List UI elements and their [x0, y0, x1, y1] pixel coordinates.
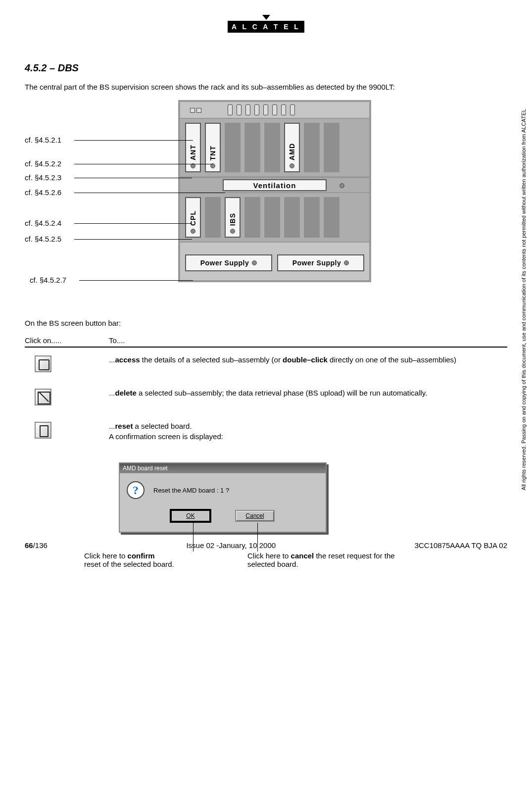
card-ibs[interactable]: IBS — [225, 197, 241, 238]
callout-6: cf. §4.5.2.6 — [25, 188, 225, 197]
callout-7: cf. §4.5.2.7 — [30, 276, 193, 284]
rack-row-1: ANT TNT AMD — [180, 119, 369, 177]
table-row: ...access the details of a selected sub–… — [25, 348, 507, 381]
intro-text: The central part of the BS supervision s… — [25, 83, 507, 91]
issue-info: Issue 02 -January, 10 2000 — [186, 541, 276, 550]
callout-5: cf. §4.5.2.5 — [25, 235, 192, 243]
page-number: 66/136 — [25, 541, 48, 550]
button-bar-intro: On the BS screen button bar: — [25, 319, 507, 327]
callout-1: cf. §4.5.2.1 — [25, 136, 193, 144]
delete-icon[interactable] — [35, 389, 51, 405]
page-footer: 66/136 Issue 02 -January, 10 2000 3CC108… — [25, 541, 507, 550]
dialog-title: AMD board reset — [120, 463, 326, 473]
brand-logo: A L C A T E L — [25, 15, 507, 33]
power-row: Power Supply Power Supply — [180, 248, 369, 280]
col-header-to: To.... — [109, 336, 125, 345]
access-description: ...access the details of a selected sub–… — [109, 354, 507, 365]
col-header-click: Click on..... — [25, 336, 109, 345]
reset-icon[interactable] — [35, 422, 51, 439]
delete-description: ...delete a selected sub–assembly; the d… — [109, 388, 507, 398]
table-row: ...reset a selected board. A confirmatio… — [25, 414, 507, 449]
reset-description: ...reset a selected board. A confirmatio… — [109, 421, 507, 442]
callout-4: cf. §4.5.2.4 — [25, 219, 192, 227]
button-bar-table: Click on..... To.... ...access the detai… — [25, 334, 507, 449]
dialog-message: Reset the AMD board : 1 ? — [153, 487, 229, 494]
card-amd[interactable]: AMD — [284, 123, 300, 172]
rack-top — [180, 102, 369, 119]
logo-text: A L C A T E L — [228, 21, 304, 33]
details-icon[interactable] — [35, 355, 51, 372]
doc-ref: 3CC10875AAAA TQ BJA 02 — [415, 541, 507, 550]
question-icon: ? — [127, 481, 145, 499]
table-row: ...delete a selected sub–assembly; the d… — [25, 381, 507, 414]
confirm-note: Click here to confirm reset of the selec… — [84, 551, 213, 568]
section-heading: 4.5.2 – DBS — [25, 62, 507, 74]
card-cpl[interactable]: CPL — [185, 197, 201, 238]
psu-1[interactable]: Power Supply — [185, 254, 272, 271]
ok-button[interactable]: OK — [171, 510, 210, 522]
reset-dialog: AMD board reset ? Reset the AMD board : … — [119, 462, 327, 533]
callout-2: cf. §4.5.2.2 — [25, 159, 213, 168]
psu-2[interactable]: Power Supply — [277, 254, 364, 271]
cancel-button[interactable]: Cancel — [235, 510, 275, 522]
rack-row-2: CPL IBS — [180, 193, 369, 243]
rack-diagram: ANT TNT AMD Ventilation CPL IBS Power Su… — [25, 100, 507, 313]
cancel-note: Click here to cancel the reset request f… — [247, 551, 416, 568]
copyright-side-note: All rights reserved. Passing on and copy… — [520, 109, 527, 490]
callout-3: cf. §4.5.2.3 — [25, 173, 192, 182]
